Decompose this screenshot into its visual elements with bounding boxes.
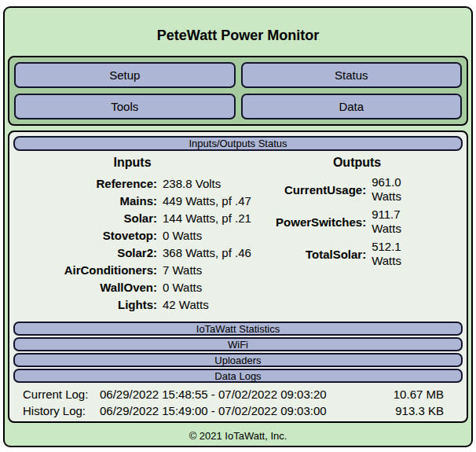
input-row: Solar: 144 Watts, pf .21 (13, 210, 251, 227)
tools-button[interactable]: Tools (14, 94, 236, 119)
log-size: 10.67 MB (365, 386, 463, 402)
input-value: 7 Watts (163, 262, 202, 279)
output-row: TotalSolar: 512.1 Watts (251, 240, 463, 268)
input-value: 0 Watts (163, 279, 202, 296)
output-label: CurrentUsage: (251, 183, 366, 197)
input-row: WallOven: 0 Watts (13, 279, 251, 296)
output-row: CurrentUsage: 961.0 Watts (251, 175, 463, 204)
outputs-column: Outputs CurrentUsage: 961.0 Watts PowerS… (251, 156, 463, 314)
input-row: Stovetop: 0 Watts (13, 227, 251, 244)
power-monitor-window: PeteWatt Power Monitor Setup Status Tool… (3, 6, 473, 447)
status-button[interactable]: Status (241, 62, 463, 88)
input-value: 0 Watts (163, 227, 202, 244)
input-row: Mains: 449 Watts, pf .47 (13, 193, 251, 210)
output-label: PowerSwitches: (251, 215, 366, 229)
input-value: 144 Watts, pf .21 (163, 210, 251, 227)
input-value: 238.8 Volts (163, 175, 221, 193)
io-columns: Inputs Reference: 238.8 Volts Mains: 449… (13, 156, 463, 314)
data-button[interactable]: Data (241, 94, 463, 119)
input-label: Solar: (13, 210, 157, 227)
input-value: 368 Watts, pf .46 (163, 244, 251, 262)
section-bar-iotawatt-statistics[interactable]: IoTaWatt Statistics (13, 322, 463, 336)
log-row-history: History Log: 06/29/2022 15:49:00 - 07/02… (13, 402, 463, 419)
main-menu: Setup Status Tools Data (8, 56, 468, 126)
footer-copyright: © 2021 IoTaWatt, Inc. (6, 430, 470, 442)
input-label: Reference: (13, 175, 157, 193)
output-value: 961.0 Watts (372, 175, 422, 204)
output-label: TotalSolar: (251, 248, 366, 261)
log-size: 913.3 KB (365, 402, 463, 419)
section-bar-wifi[interactable]: WiFi (13, 337, 463, 351)
output-value: 512.1 Watts (372, 240, 422, 268)
status-panel: Inputs/Outputs Status Inputs Reference: … (8, 130, 468, 423)
input-label: Solar2: (13, 244, 157, 262)
log-row-current: Current Log: 06/29/2022 15:48:55 - 07/02… (13, 386, 463, 402)
input-row: Reference: 238.8 Volts (13, 175, 251, 193)
setup-button[interactable]: Setup (14, 62, 236, 88)
log-date-range: 06/29/2022 15:48:55 - 07/02/2022 09:03:2… (100, 386, 365, 402)
log-date-range: 06/29/2022 15:49:00 - 07/02/2022 09:03:0… (100, 402, 365, 419)
log-label: History Log: (13, 402, 100, 419)
output-value: 911.7 Watts (372, 208, 422, 236)
inputs-column: Inputs Reference: 238.8 Volts Mains: 449… (13, 156, 251, 314)
log-label: Current Log: (13, 386, 100, 402)
input-row: Solar2: 368 Watts, pf .46 (13, 244, 251, 262)
output-row: PowerSwitches: 911.7 Watts (251, 208, 463, 236)
input-label: Stovetop: (13, 227, 157, 244)
input-label: AirConditioners: (13, 262, 157, 279)
section-bar-uploaders[interactable]: Uploaders (13, 353, 463, 367)
inputs-heading: Inputs (13, 156, 251, 170)
input-row: Lights: 42 Watts (13, 296, 251, 314)
input-row: AirConditioners: 7 Watts (13, 262, 251, 279)
input-label: Lights: (13, 296, 157, 314)
inputs-outputs-status-header[interactable]: Inputs/Outputs Status (13, 136, 463, 151)
input-value: 449 Watts, pf .47 (163, 193, 251, 210)
input-value: 42 Watts (163, 296, 209, 314)
section-bars: IoTaWatt Statistics WiFi Uploaders Data … (13, 322, 463, 383)
page-title: PeteWatt Power Monitor (6, 28, 470, 42)
section-bar-data-logs[interactable]: Data Logs (13, 369, 463, 383)
log-summary: Current Log: 06/29/2022 15:48:55 - 07/02… (13, 386, 463, 419)
input-label: WallOven: (13, 279, 157, 296)
input-label: Mains: (13, 193, 157, 210)
outputs-heading: Outputs (251, 156, 463, 170)
